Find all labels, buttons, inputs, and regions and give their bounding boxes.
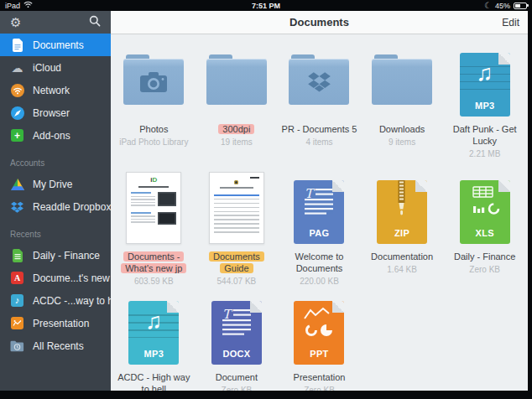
mp3-file-icon: ♫MP3	[128, 301, 179, 365]
zip-file-icon: ZIP	[377, 180, 427, 244]
file-type-badge: PAG	[294, 228, 344, 238]
file-subtitle: 220.00 KB	[300, 277, 339, 287]
sidebar-item-readdle-dropbox[interactable]: Readdle Dropbox	[0, 195, 111, 218]
sidebar-item-daily-finance[interactable]: Daily - Finance	[0, 244, 111, 267]
search-icon[interactable]	[89, 15, 101, 30]
status-bar: iPad 7:51 PM ☾ 45%	[0, 0, 532, 11]
sidebar-item-label: My Drive	[33, 179, 72, 190]
sidebar-item-label: Daily - Finance	[33, 250, 100, 262]
grid-item-daft-punk-get-lucky[interactable]: ♫MP3Daft Punk - Get Lucky2.21 MB	[443, 46, 526, 170]
sidebar-item-add-ons[interactable]: +Add-ons	[0, 124, 111, 147]
ipad-screen: iPad 7:51 PM ☾ 45% ⚙ Documents☁iCloudNet…	[0, 0, 532, 399]
folder-icon	[123, 54, 184, 105]
file-subtitle: 19 items	[221, 137, 253, 148]
sidebar-header: ⚙	[0, 11, 111, 34]
file-subtitle: Zero KB	[222, 386, 253, 391]
sidebar-item-my-drive[interactable]: My Drive	[0, 173, 111, 195]
grid-item-presentation[interactable]: PPTPresentationZero KB	[278, 298, 361, 391]
pdf-preview-thumbnail	[209, 172, 264, 244]
documents-app: ⚙ Documents☁iCloudNetworkBrowser+Add-ons…	[0, 11, 528, 391]
status-time: 7:51 PM	[0, 2, 532, 10]
grid-row: iDDocuments - What's new jp603.59 KBDocu…	[112, 170, 526, 298]
folder-icon	[372, 54, 432, 105]
file-grid: PhotosiPad Photo Library300dpi19 itemsPR…	[111, 34, 528, 391]
sidebar-accounts: My DriveReaddle Dropbox	[0, 173, 111, 218]
sidebar-item-label: ACDC -...way to hell	[33, 295, 111, 307]
file-title: Downloads	[379, 123, 425, 135]
grid-item-documentation[interactable]: ZIPDocumentation1.64 KB	[361, 170, 444, 298]
file-subtitle: 1.64 KB	[387, 265, 417, 275]
xls-file-icon: XLS	[460, 180, 510, 244]
mp3-file-icon: ♫MP3	[460, 53, 510, 117]
sidebar-item-browser[interactable]: Browser	[0, 101, 111, 124]
grid-row: ♫MP3ACDC - High way to hellZero KBTDOCXD…	[112, 298, 526, 391]
settings-gear-icon[interactable]: ⚙	[10, 16, 21, 28]
grid-item-documents-guide[interactable]: Documents Guide544.07 KB	[196, 170, 279, 298]
pdf-icon: A	[10, 271, 24, 285]
sidebar-item-label: Presentation	[33, 318, 89, 329]
file-type-badge: PPT	[294, 349, 344, 359]
ppt-file-icon: PPT	[294, 301, 344, 365]
file-title: Document	[216, 371, 258, 383]
grid-item-acdc-high-way-to-hell[interactable]: ♫MP3ACDC - High way to hellZero KB	[112, 298, 196, 391]
file-title: Photos	[139, 123, 168, 135]
sidebar-item-icloud[interactable]: ☁iCloud	[0, 56, 111, 79]
sidebar-item-all-recents[interactable]: All Recents	[0, 334, 111, 357]
search-highlight: Documents Guide	[209, 251, 264, 273]
file-title: 300dpi	[218, 123, 254, 135]
grid-item-photos[interactable]: PhotosiPad Photo Library	[112, 46, 196, 170]
folder-icon	[289, 54, 349, 105]
accounts-section-label: Accounts	[0, 147, 111, 173]
grid-item-daily-finance[interactable]: XLSDaily - FinanceZero KB	[443, 170, 526, 298]
google-drive-icon	[10, 177, 24, 191]
grid-item-document[interactable]: TDOCXDocumentZero KB	[196, 298, 279, 391]
grid-item-welcome-to-documents[interactable]: TPAGWelcome to Documents220.00 KB	[278, 170, 361, 298]
battery-icon	[514, 3, 527, 9]
file-subtitle: 4 items	[305, 137, 332, 148]
folder-icon	[206, 54, 267, 105]
file-title: PR - Documents 5	[282, 123, 357, 135]
network-icon	[10, 83, 24, 97]
file-subtitle: 9 items	[389, 137, 415, 148]
file-title: Presentation	[294, 371, 346, 383]
sidebar-item-acdc-way-to-hell[interactable]: ♪ACDC -...way to hell	[0, 289, 111, 312]
main-panel: Documents Edit PhotosiPad Photo Library3…	[111, 11, 528, 391]
sidebar-item-label: All Recents	[33, 340, 84, 352]
sidebar-recents: Daily - FinanceADocume...t's new jp♪ACDC…	[0, 244, 111, 357]
sidebar-item-label: Browser	[33, 107, 70, 119]
sidebar-item-label: iCloud	[33, 62, 61, 74]
file-title: Daft Punk - Get Lucky	[446, 123, 524, 147]
sidebar-item-label: Docume...t's new jp	[33, 272, 111, 284]
file-title: Documents - What's new jp	[115, 251, 193, 274]
sidebar-item-docume-t-s-new-jp[interactable]: ADocume...t's new jp	[0, 267, 111, 289]
sidebar: ⚙ Documents☁iCloudNetworkBrowser+Add-ons…	[0, 11, 111, 391]
spreadsheet-icon	[10, 248, 24, 262]
grid-item-documents-what-s-new-jp[interactable]: iDDocuments - What's new jp603.59 KB	[112, 170, 196, 298]
grid-item-downloads[interactable]: Downloads9 items	[361, 46, 444, 170]
sidebar-item-network[interactable]: Network	[0, 79, 111, 101]
sidebar-item-label: Readdle Dropbox	[33, 201, 111, 213]
sidebar-item-documents[interactable]: Documents	[0, 34, 111, 56]
recents-section-label: Recents	[0, 218, 111, 244]
file-type-badge: MP3	[128, 349, 179, 359]
grid-item-300dpi[interactable]: 300dpi19 items	[196, 46, 279, 170]
cloud-icon: ☁	[10, 60, 24, 75]
search-highlight: Documents - What's new jp	[121, 251, 186, 273]
grid-item-pr-documents-5[interactable]: PR - Documents 54 items	[278, 46, 361, 170]
pag-file-icon: TPAG	[294, 180, 344, 244]
recents-folder-icon	[10, 339, 24, 353]
file-type-badge: XLS	[460, 228, 510, 238]
addons-icon: +	[10, 128, 24, 142]
do-not-disturb-moon-icon: ☾	[484, 2, 492, 10]
file-type-badge: MP3	[460, 101, 510, 111]
file-type-badge: DOCX	[211, 349, 262, 359]
sidebar-nav: Documents☁iCloudNetworkBrowser+Add-ons	[0, 34, 111, 147]
sidebar-item-label: Add-ons	[33, 130, 70, 142]
docx-file-icon: TDOCX	[211, 301, 262, 365]
file-subtitle: Zero KB	[469, 265, 500, 275]
grid-row: PhotosiPad Photo Library300dpi19 itemsPR…	[112, 46, 526, 170]
file-subtitle: 544.07 KB	[217, 277, 257, 287]
edit-button[interactable]: Edit	[502, 11, 519, 34]
sidebar-item-presentation[interactable]: Presentation	[0, 312, 111, 334]
file-title: Welcome to Documents	[280, 251, 358, 274]
